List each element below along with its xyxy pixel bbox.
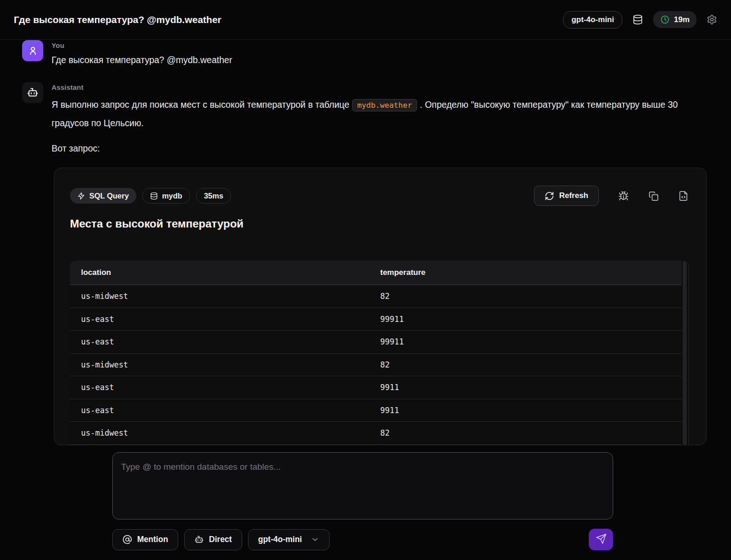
table-row[interactable]: us-midwest 82 bbox=[70, 285, 682, 308]
user-message: You Где высокая температура? @mydb.weath… bbox=[22, 40, 731, 65]
composer: Mention Direct gpt-4o-mini bbox=[112, 452, 613, 550]
conversation-title: Где высокая температура? @mydb.weather bbox=[14, 14, 221, 25]
table-cell-location: us-east bbox=[70, 337, 369, 346]
table-row[interactable]: us-midwest 82 bbox=[70, 422, 682, 445]
debug-bug-icon[interactable] bbox=[618, 191, 629, 201]
assistant-avatar bbox=[22, 82, 43, 103]
table-cell-temperature: 82 bbox=[369, 360, 682, 369]
table-cell-temperature: 9911 bbox=[369, 406, 682, 415]
chat-area: You Где высокая температура? @mydb.weath… bbox=[0, 40, 731, 447]
table-cell-location: us-midwest bbox=[70, 360, 369, 369]
inline-code-mydb-weather: mydb.weather bbox=[352, 99, 417, 111]
database-icon[interactable] bbox=[632, 14, 643, 25]
table-row[interactable]: us-east 9911 bbox=[70, 376, 682, 399]
refresh-button[interactable]: Refresh bbox=[534, 186, 599, 206]
session-time-label: 19m bbox=[674, 15, 690, 24]
user-avatar bbox=[22, 40, 43, 61]
column-header-temperature[interactable]: temperature bbox=[369, 268, 682, 277]
table-row[interactable]: us-east 9911 bbox=[70, 399, 682, 422]
result-table: location temperature us-midwest 82 bbox=[70, 261, 689, 445]
query-card-title: Места с высокой температурой bbox=[70, 217, 689, 230]
send-icon bbox=[596, 533, 607, 546]
user-role-label: You bbox=[52, 41, 232, 49]
model-badge[interactable]: gpt-4o-mini bbox=[563, 11, 622, 29]
scrollbar-thumb[interactable] bbox=[683, 261, 687, 445]
database-icon bbox=[150, 192, 158, 200]
table-cell-location: us-east bbox=[70, 315, 369, 324]
user-icon bbox=[27, 45, 39, 57]
robot-icon bbox=[194, 535, 204, 544]
table-cell-temperature: 99911 bbox=[369, 315, 682, 324]
session-timer[interactable]: 19m bbox=[653, 11, 696, 28]
assistant-role-label: Assistant bbox=[52, 83, 707, 91]
table-row[interactable]: us-midwest 82 bbox=[70, 354, 682, 377]
assistant-text-before: Я выполню запрос для поиска мест с высок… bbox=[52, 99, 349, 110]
database-badge: mydb bbox=[142, 188, 190, 204]
direct-button[interactable]: Direct bbox=[184, 529, 242, 550]
sql-query-badge: SQL Query bbox=[70, 188, 136, 204]
chevron-down-icon bbox=[311, 535, 319, 544]
table-cell-temperature: 99911 bbox=[369, 337, 682, 346]
assistant-message: Assistant Я выполню запрос для поиска ме… bbox=[22, 82, 731, 445]
robot-icon bbox=[27, 87, 39, 99]
table-header-row: location temperature bbox=[70, 261, 682, 285]
model-selector-dropdown[interactable]: gpt-4o-mini bbox=[248, 529, 330, 550]
table-cell-temperature: 9911 bbox=[369, 383, 682, 392]
table-cell-temperature: 82 bbox=[369, 292, 682, 301]
refresh-icon bbox=[545, 191, 554, 201]
assistant-message-text: Я выполню запрос для поиска мест с высок… bbox=[52, 96, 705, 132]
table-cell-temperature: 82 bbox=[369, 428, 682, 438]
table-row[interactable]: us-east 99911 bbox=[70, 308, 682, 331]
table-row[interactable]: us-east 99911 bbox=[70, 331, 682, 354]
table-scrollbar[interactable] bbox=[682, 261, 688, 445]
table-body: us-midwest 82 us-east 99911 us bbox=[70, 285, 682, 445]
send-button[interactable] bbox=[589, 529, 613, 550]
table-cell-location: us-midwest bbox=[70, 292, 369, 301]
assistant-message-line2: Вот запрос: bbox=[52, 143, 707, 154]
copy-icon[interactable] bbox=[648, 191, 659, 201]
clock-icon bbox=[660, 15, 670, 24]
user-message-text: Где высокая температура? @mydb.weather bbox=[52, 55, 232, 65]
table-cell-location: us-midwest bbox=[70, 428, 369, 438]
at-sign-icon bbox=[122, 535, 132, 544]
lightning-icon bbox=[77, 192, 85, 200]
gear-icon[interactable] bbox=[707, 14, 717, 25]
duration-badge: 35ms bbox=[196, 188, 231, 204]
file-code-icon[interactable] bbox=[678, 191, 689, 201]
top-header: Где высокая температура? @mydb.weather g… bbox=[0, 0, 731, 40]
column-header-location[interactable]: location bbox=[70, 268, 369, 277]
table-cell-location: us-east bbox=[70, 406, 369, 415]
mention-button[interactable]: Mention bbox=[112, 529, 178, 550]
query-result-card: SQL Query mydb 35ms Refresh bbox=[54, 168, 707, 445]
message-input[interactable] bbox=[112, 452, 613, 519]
table-cell-location: us-east bbox=[70, 383, 369, 392]
